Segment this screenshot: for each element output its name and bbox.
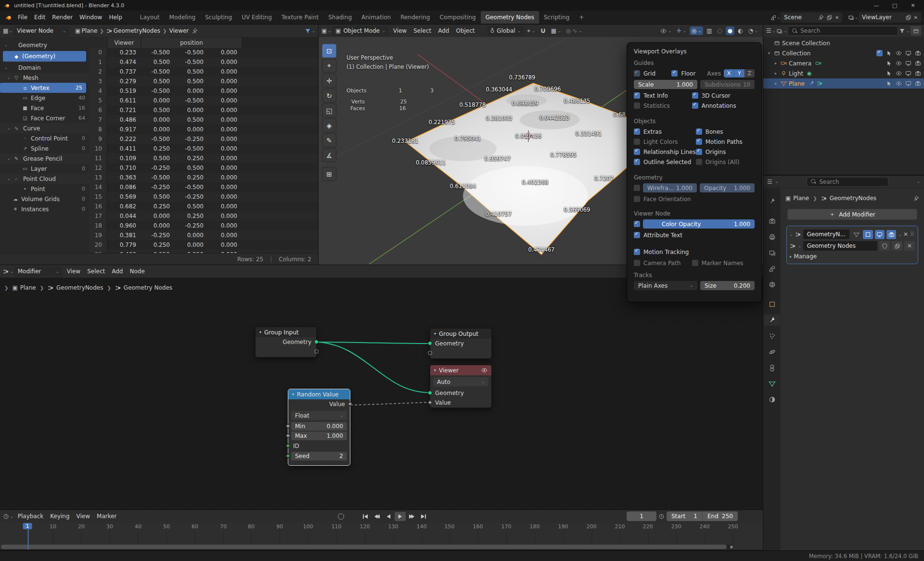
properties-search-input[interactable]: Search bbox=[807, 177, 888, 187]
sidebar-item[interactable]: • Point 0 bbox=[0, 184, 89, 194]
shading-rendered-button[interactable]: ◔⌄ bbox=[746, 26, 760, 35]
seed-field[interactable]: Seed2 bbox=[291, 452, 347, 460]
table-row[interactable]: 7 0.486 0.000 0.500 0.000 bbox=[89, 115, 318, 125]
table-row[interactable]: 18 0.960 0.000 -0.250 0.000 bbox=[89, 221, 318, 230]
overlay-checkbox[interactable]: Bones bbox=[696, 127, 755, 136]
tab-scene[interactable] bbox=[765, 263, 779, 274]
sidebar-item[interactable]: ⌄ ▽ Mesh bbox=[0, 73, 89, 83]
tracks-size-field[interactable]: Size0.200 bbox=[700, 281, 755, 290]
table-row[interactable]: 5 0.611 0.000 -0.500 0.000 bbox=[89, 96, 318, 105]
editor-type-icon[interactable] bbox=[3, 513, 9, 520]
playhead[interactable]: 1 bbox=[23, 523, 32, 530]
column-viewer[interactable]: Viewer bbox=[108, 38, 141, 48]
virtual-socket[interactable] bbox=[314, 349, 319, 354]
selectable-icon[interactable] bbox=[886, 70, 892, 76]
jump-to-start-button[interactable] bbox=[360, 512, 371, 521]
menu-item[interactable]: Keying bbox=[47, 512, 73, 521]
manage-panel-label[interactable]: Manage bbox=[794, 253, 817, 260]
filter-restrict-icon[interactable] bbox=[776, 28, 783, 34]
expand-modifier-icon[interactable]: ⌄ bbox=[790, 232, 793, 237]
pivot-dropdown[interactable]: ⌖⌄ bbox=[525, 26, 537, 35]
current-frame-field[interactable]: 1 bbox=[627, 511, 656, 521]
table-row[interactable]: 4 0.519 -0.500 0.000 0.000 bbox=[89, 86, 318, 96]
tab-constraints[interactable] bbox=[765, 362, 779, 373]
filter-funnel-icon[interactable] bbox=[305, 28, 311, 34]
table-row[interactable]: 8 0.917 0.000 0.000 0.000 bbox=[89, 125, 318, 134]
tab-view-layer[interactable] bbox=[765, 247, 779, 258]
workspace-tab[interactable]: Scripting bbox=[539, 12, 574, 23]
object-visibility-dropdown[interactable]: ⌄ bbox=[658, 27, 673, 35]
sidebar-item[interactable]: ⌄ ∿ Curve bbox=[0, 123, 89, 133]
table-row[interactable]: 3 0.279 0.500 0.500 0.000 bbox=[89, 76, 318, 86]
workspace-tab[interactable]: Sculpting bbox=[200, 12, 237, 23]
table-row[interactable]: 2 0.737 -0.500 0.500 0.000 bbox=[89, 67, 318, 76]
gizmos-toggle[interactable]: ✛⌄ bbox=[675, 26, 688, 35]
workspace-tab[interactable]: Modeling bbox=[165, 12, 201, 23]
table-row[interactable]: 19 0.381 -0.250 0.000 0.000 bbox=[89, 230, 318, 240]
sidebar-item[interactable]: ▭ Layer 0 bbox=[0, 164, 89, 174]
menu-item[interactable]: Select bbox=[410, 26, 435, 35]
menu-item[interactable]: View bbox=[390, 26, 410, 35]
tab-physics[interactable] bbox=[765, 346, 779, 357]
snap-magnet-toggle[interactable] bbox=[538, 27, 548, 35]
sidebar-item[interactable]: ⌄ ✎ Grease Pencil bbox=[0, 153, 89, 164]
menu-item[interactable]: Edit bbox=[31, 13, 49, 22]
sidebar-item[interactable]: ■ Face 16 bbox=[0, 103, 89, 113]
tool-button[interactable]: ∡ bbox=[322, 148, 336, 162]
copy-icon[interactable] bbox=[826, 14, 833, 21]
viewlayer-selector[interactable]: ViewLayer ✕ bbox=[859, 13, 921, 23]
node-tree-name-field[interactable]: Geometry Nodes bbox=[803, 241, 877, 251]
tab-object[interactable] bbox=[765, 298, 779, 310]
pin-icon[interactable] bbox=[192, 28, 198, 34]
spreadsheet-mode-dropdown[interactable]: Viewer Node⌄ bbox=[13, 26, 69, 36]
tracks-display-dropdown[interactable]: Plain Axes⌄ bbox=[634, 281, 697, 290]
snap-settings-dropdown[interactable]: ▦⌄ bbox=[549, 26, 563, 35]
fake-user-shield-button[interactable] bbox=[879, 241, 890, 251]
on-cage-toggle[interactable] bbox=[863, 230, 873, 239]
sidebar-item[interactable]: ▫ Vertex 25 bbox=[0, 83, 86, 93]
mode-dropdown[interactable]: ▣ Object Mode⌄ bbox=[332, 26, 389, 36]
table-row[interactable]: 0 0.233 -0.500 -0.500 0.000 bbox=[89, 48, 318, 57]
render-disable-icon[interactable] bbox=[915, 50, 921, 56]
grid-checkbox[interactable]: Grid bbox=[634, 69, 668, 78]
frame-end-field[interactable]: End250 bbox=[702, 511, 738, 521]
tab-material[interactable] bbox=[765, 394, 779, 405]
tab-render[interactable] bbox=[765, 215, 779, 227]
virtual-socket[interactable] bbox=[428, 351, 432, 355]
xray-toggle[interactable]: ▥ bbox=[705, 26, 714, 35]
breadcrumb-object[interactable]: Plane bbox=[81, 27, 97, 34]
timeline-ruler-area[interactable]: 10 20 30 40 bbox=[0, 523, 763, 550]
geometry-input-socket[interactable] bbox=[428, 391, 432, 395]
tab-modifiers[interactable] bbox=[764, 314, 780, 326]
wireframe-checkbox[interactable] bbox=[634, 183, 640, 192]
sidebar-item[interactable]: ⌄ Domain bbox=[0, 63, 89, 73]
workspace-tab[interactable]: Texture Paint bbox=[277, 12, 323, 23]
viewport-disable-icon[interactable] bbox=[905, 50, 911, 56]
workspace-tab[interactable]: Animation bbox=[357, 12, 396, 23]
opacity-slider[interactable]: Opacity1.000 bbox=[700, 183, 755, 192]
grid-scale-slider[interactable]: Scale1.000 bbox=[634, 80, 697, 89]
attribute-text-checkbox[interactable]: Attribute Text bbox=[634, 230, 682, 240]
menu-item[interactable]: Window bbox=[76, 13, 105, 22]
workspace-tab[interactable]: Compositing bbox=[435, 12, 480, 23]
maximize-button[interactable]: □ bbox=[887, 2, 902, 9]
overlay-checkbox[interactable]: 3D Cursor bbox=[692, 91, 755, 100]
geometry-input-socket[interactable] bbox=[428, 341, 432, 345]
tool-button[interactable]: ◱ bbox=[322, 103, 336, 117]
play-reverse-button[interactable] bbox=[383, 512, 394, 521]
render-disable-icon[interactable] bbox=[915, 80, 921, 87]
sidebar-item[interactable]: ⌄ ∴ Point Cloud bbox=[0, 174, 89, 184]
tool-button[interactable]: ↻ bbox=[322, 89, 336, 102]
overlay-checkbox[interactable]: Annotations bbox=[692, 101, 755, 110]
unlink-icon[interactable]: ✕ bbox=[835, 15, 839, 20]
table-row[interactable]: 1 0.474 0.500 -0.500 0.000 bbox=[89, 57, 318, 67]
tool-button[interactable]: ⌖ bbox=[322, 59, 336, 73]
workspace-tab[interactable]: Layout bbox=[135, 12, 165, 23]
display-mode-icon[interactable]: ☰ bbox=[766, 27, 771, 34]
data-type-dropdown[interactable]: Float⌄ bbox=[291, 411, 347, 420]
add-modifier-button[interactable]: ＋Add Modifier bbox=[787, 209, 917, 220]
color-opacity-checkbox[interactable] bbox=[634, 219, 640, 229]
remove-icon[interactable]: ✕ bbox=[914, 15, 918, 20]
menu-item[interactable]: Add bbox=[435, 26, 452, 35]
color-opacity-slider[interactable]: Color Opacity1.000 bbox=[643, 219, 755, 229]
